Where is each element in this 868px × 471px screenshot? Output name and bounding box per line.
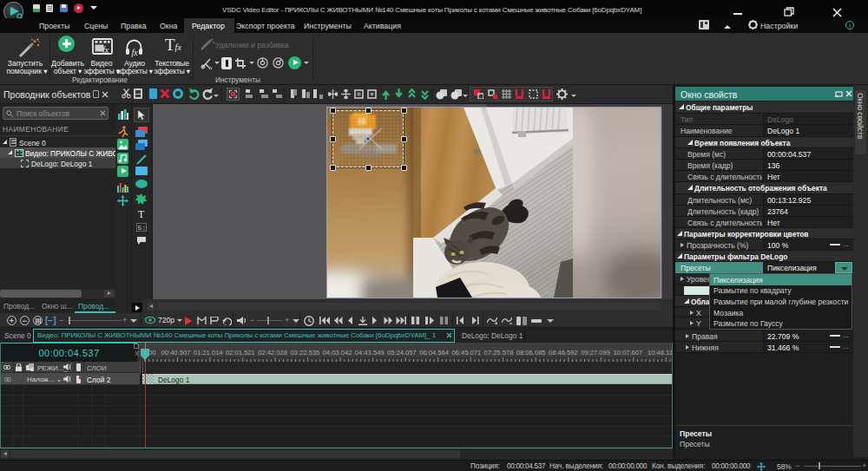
svg-text:08:46.592: 08:46.592	[549, 349, 578, 357]
svg-text:00: 00	[148, 349, 155, 357]
svg-text:08:06.085: 08:06.085	[516, 349, 546, 357]
svg-text:02:01.521: 02:01.521	[226, 349, 255, 357]
svg-text:fx: fx	[102, 45, 109, 55]
svg-text:00:40.507: 00:40.507	[161, 349, 191, 357]
svg-text:05:24.057: 05:24.057	[387, 349, 417, 357]
svg-text:06:45.071: 06:45.071	[451, 349, 481, 357]
svg-text:10:48.11: 10:48.11	[648, 349, 673, 357]
svg-text:04:03.042: 04:03.042	[323, 349, 352, 357]
svg-text:09:27.099: 09:27.099	[581, 349, 610, 357]
svg-text:01:21.014: 01:21.014	[194, 349, 223, 357]
svg-text:10:07.607: 10:07.607	[613, 349, 642, 357]
svg-text:02:42.028: 02:42.028	[258, 349, 287, 357]
svg-text:03:22.535: 03:22.535	[290, 349, 319, 357]
svg-text:5:0: 5:0	[138, 224, 148, 232]
svg-text:06:04.564: 06:04.564	[419, 349, 449, 357]
svg-text:07:25.578: 07:25.578	[484, 349, 514, 357]
svg-text:04:43.549: 04:43.549	[355, 349, 385, 357]
svg-text:fx: fx	[132, 48, 139, 57]
